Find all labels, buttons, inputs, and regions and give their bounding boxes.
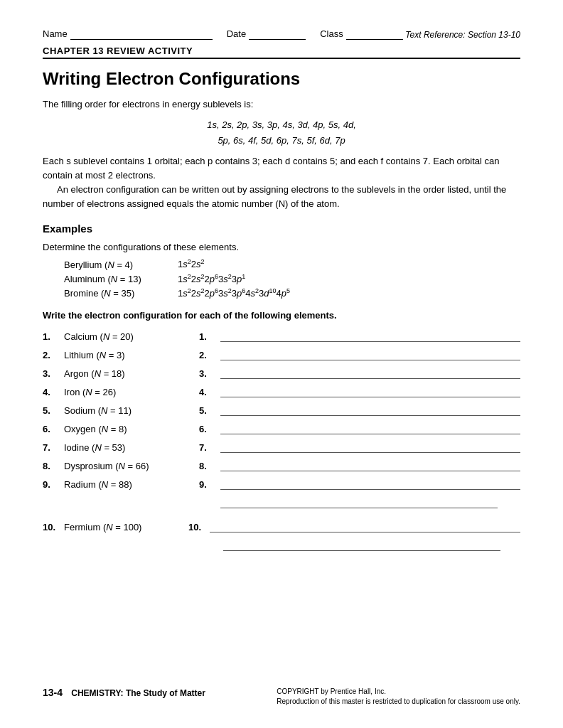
para1-text: Each s sublevel contains 1 orbital; each… [43,156,499,181]
examples-intro: Determine the configurations of these el… [43,242,520,252]
question-row-5: 5. Sodium (N = 11) 5. [43,403,520,416]
footer-right: COPYRIGHT by Prentice Hall, Inc. Reprodu… [277,687,520,707]
name-label: Name [43,28,68,40]
q8-answer-line[interactable] [220,459,520,471]
q6-number: 6. [43,424,64,434]
q4-number: 4. [43,387,64,397]
bromine-label: Bromine (N = 35) [64,288,178,299]
q1-element: Calcium (N = 20) [64,331,199,342]
aluminum-label: Aluminum (N = 13) [64,274,178,284]
q9-element: Radium (N = 88) [64,479,199,490]
footer-restriction: Reproduction of this master is restricte… [277,697,520,707]
q1-answer-line[interactable] [220,329,520,342]
question-row-7: 7. Iodine (N = 53) 7. [43,440,520,453]
question-row-2: 2. Lithium (N = 3) 2. [43,348,520,360]
q2-answer-line[interactable] [220,348,520,360]
page-title: Writing Electron Configurations [43,69,520,89]
aluminum-config: 1s22s22p63s23p1 [178,273,245,284]
footer: 13-4 CHEMISTRY: The Study of Matter COPY… [0,687,563,707]
q9-number: 9. [43,479,64,490]
q4-ans-num: 4. [199,387,220,397]
q5-element: Sodium (N = 11) [64,405,199,416]
filling-order-line1: 1s, 2s, 2p, 3s, 3p, 4s, 3d, 4p, 5s, 4d, [207,119,356,130]
q10-element: Fermium (N = 100) [64,522,188,532]
q10-answer-line-1[interactable] [210,520,520,532]
q6-ans-num: 6. [199,424,220,434]
body-text-block: Each s sublevel contains 1 orbital; each… [43,154,520,212]
examples-heading: Examples [43,223,520,235]
q1-number: 1. [43,331,64,342]
intro-line1: The filling order for electrons in energ… [43,97,520,112]
chapter-header: CHAPTER 13 REVIEW ACTIVITY [43,46,520,56]
q4-answer-line[interactable] [220,385,520,397]
footer-left: 13-4 CHEMISTRY: The Study of Matter [43,687,205,698]
example-bromine: Bromine (N = 35) 1s22s22p63s23p64s23d104… [64,287,520,299]
beryllium-label: Beryllium (N = 4) [64,259,178,270]
q10-answer-line-2[interactable] [223,538,500,551]
name-field-line [70,28,213,40]
q9-ans-num: 9. [199,479,220,490]
question-row-4: 4. Iron (N = 26) 4. [43,385,520,397]
examples-table: Beryllium (N = 4) 1s22s2 Aluminum (N = 1… [64,258,520,299]
filling-order-line2: 5p, 6s, 4f, 5d, 6p, 7s, 5f, 6d, 7p [218,135,345,146]
q3-ans-num: 3. [199,368,220,379]
example-aluminum: Aluminum (N = 13) 1s22s22p63s23p1 [64,273,520,284]
q3-element: Argon (N = 18) [64,368,199,379]
q5-number: 5. [43,405,64,416]
q9-answer-line-2[interactable] [220,496,498,508]
divider-line [43,58,520,59]
name-date-class-fields: Name Date Class [43,28,403,40]
question-row-6: 6. Oxygen (N = 8) 6. [43,422,520,434]
class-field-line [346,28,403,40]
q8-element: Dysprosium (N = 66) [64,461,199,471]
q8-ans-num: 8. [199,461,220,471]
q10-number: 10. [43,522,64,532]
question-row-8: 8. Dysprosium (N = 66) 8. [43,459,520,471]
date-field-line [249,28,306,40]
q9-answer-line[interactable] [220,477,520,490]
date-label: Date [227,28,246,40]
question-row-9: 9. Radium (N = 88) 9. [43,477,520,490]
bromine-config: 1s22s22p63s23p64s23d104p5 [178,287,290,299]
question-row-3: 3. Argon (N = 18) 3. [43,366,520,379]
footer-copyright: COPYRIGHT by Prentice Hall, Inc. [277,687,520,697]
questions-section: 1. Calcium (N = 20) 1. 2. Lithium (N = 3… [43,329,520,508]
q3-answer-line[interactable] [220,366,520,379]
q5-answer-line[interactable] [220,403,520,416]
class-label: Class [320,28,343,40]
question-row-1: 1. Calcium (N = 20) 1. [43,329,520,342]
beryllium-config: 1s22s2 [178,258,205,269]
para2-text: An electron configuration can be written… [43,183,520,211]
footer-page-num: 13-4 [43,687,63,698]
footer-book-title: CHEMISTRY: The Study of Matter [71,688,205,698]
q4-element: Iron (N = 26) [64,387,199,397]
q1-ans-num: 1. [199,331,220,342]
q2-number: 2. [43,350,64,360]
q7-number: 7. [43,442,64,453]
q2-ans-num: 2. [199,350,220,360]
q8-number: 8. [43,461,64,471]
question-10-block: 10. Fermium (N = 100) 10. [43,520,520,551]
q7-ans-num: 7. [199,442,220,453]
q6-answer-line[interactable] [220,422,520,434]
example-beryllium: Beryllium (N = 4) 1s22s2 [64,258,520,269]
header-row: Name Date Class Text Reference: Section … [43,28,520,40]
question-row-10: 10. Fermium (N = 100) 10. [43,520,520,532]
q2-element: Lithium (N = 3) [64,350,199,360]
write-instruction: Write the electron configuration for eac… [43,310,520,321]
q7-answer-line[interactable] [220,440,520,453]
filling-order: 1s, 2s, 2p, 3s, 3p, 4s, 3d, 4p, 5s, 4d, … [43,117,520,149]
q7-element: Iodine (N = 53) [64,442,199,453]
q6-element: Oxygen (N = 8) [64,424,199,434]
text-reference: Text Reference: Section 13-10 [405,30,520,40]
q5-ans-num: 5. [199,405,220,416]
q10-ans-num: 10. [188,522,210,532]
q3-number: 3. [43,368,64,379]
